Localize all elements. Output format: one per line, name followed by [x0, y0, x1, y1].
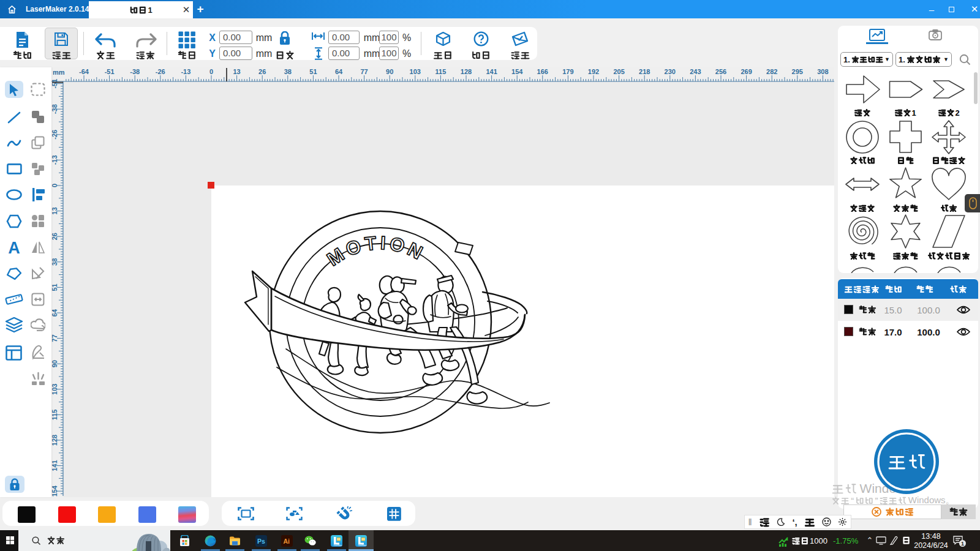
svg-text:LaserMaker: LaserMaker [334, 544, 342, 547]
svg-text:51: 51 [309, 68, 317, 75]
svg-text:-38: -38 [51, 104, 58, 114]
svg-text:-26: -26 [156, 68, 165, 75]
svg-text:295: 295 [792, 68, 803, 75]
svg-text:205: 205 [613, 68, 624, 75]
svg-text:166: 166 [537, 68, 548, 75]
svg-text:-26: -26 [51, 130, 58, 140]
svg-text:mm: mm [53, 69, 65, 76]
svg-text:243: 243 [690, 68, 701, 75]
svg-text:308: 308 [817, 68, 828, 75]
svg-text:-13: -13 [181, 68, 190, 75]
svg-text:51: 51 [51, 283, 58, 291]
svg-text:13: 13 [51, 207, 58, 214]
svg-text:Ai: Ai [284, 538, 290, 545]
svg-text:90: 90 [51, 360, 58, 367]
svg-text:115: 115 [51, 410, 58, 421]
svg-text:192: 192 [588, 68, 599, 75]
svg-text:-38: -38 [130, 68, 140, 75]
svg-text:77: 77 [51, 334, 58, 342]
svg-text:141: 141 [51, 460, 58, 471]
svg-text:-51: -51 [105, 68, 115, 75]
svg-text:103: 103 [51, 384, 58, 395]
svg-text:77: 77 [360, 68, 368, 75]
svg-text:LaserMaker: LaserMaker [358, 544, 367, 547]
svg-text:256: 256 [715, 68, 726, 75]
svg-text:64: 64 [335, 68, 343, 75]
svg-text:-13: -13 [51, 155, 58, 165]
svg-text:38: 38 [284, 68, 292, 75]
svg-text:179: 179 [562, 68, 573, 75]
svg-text:13: 13 [233, 68, 240, 75]
svg-text:64: 64 [51, 309, 58, 317]
svg-text:0: 0 [51, 184, 58, 187]
svg-text:115: 115 [435, 68, 447, 75]
svg-text:103: 103 [410, 68, 421, 75]
svg-text:26: 26 [258, 68, 266, 75]
svg-text:-51: -51 [51, 79, 58, 89]
svg-text:218: 218 [639, 68, 650, 75]
svg-text:282: 282 [766, 68, 777, 75]
svg-text:128: 128 [461, 68, 472, 75]
svg-text:230: 230 [665, 68, 676, 75]
svg-text:-64: -64 [79, 68, 89, 75]
svg-text:38: 38 [51, 258, 58, 266]
svg-text:128: 128 [51, 435, 58, 446]
svg-text:90: 90 [386, 68, 393, 75]
svg-text:0: 0 [209, 68, 213, 75]
svg-text:141: 141 [486, 68, 497, 75]
svg-text:26: 26 [51, 233, 58, 240]
svg-text:154: 154 [511, 68, 523, 75]
svg-text:269: 269 [741, 68, 752, 75]
svg-text:Ps: Ps [257, 538, 265, 545]
svg-text:154: 154 [51, 485, 58, 497]
